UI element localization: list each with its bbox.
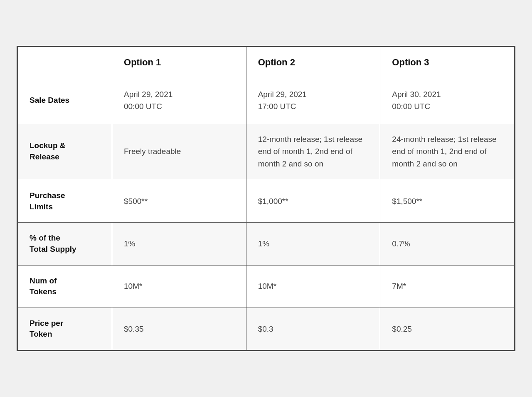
row-label-4: Num of Tokens (18, 265, 112, 308)
row-2-col2: $1,000** (246, 180, 380, 223)
table-row: Purchase Limits$500**$1,000**$1,500** (18, 180, 515, 223)
comparison-table-wrapper: Option 1 Option 2 Option 3 Sale DatesApr… (17, 46, 515, 351)
row-5-col3: $0.25 (380, 308, 515, 350)
row-label-1: Lockup & Release (18, 123, 112, 180)
row-1-col3: 24-month release; 1st release end of mon… (380, 123, 515, 180)
header-option1: Option 1 (112, 47, 246, 78)
table-row: Price per Token$0.35$0.3$0.25 (18, 308, 515, 350)
header-empty (18, 47, 112, 78)
row-2-col3: $1,500** (380, 180, 515, 223)
table-row: % of the Total Supply1%1%0.7% (18, 223, 515, 265)
row-0-col3: April 30, 2021 00:00 UTC (380, 78, 515, 123)
row-1-col2: 12-month release; 1st release end of mon… (246, 123, 380, 180)
row-4-col2: 10M* (246, 265, 380, 308)
row-3-col2: 1% (246, 223, 380, 265)
table-row: Num of Tokens10M*10M*7M* (18, 265, 515, 308)
row-3-col1: 1% (112, 223, 246, 265)
row-3-col3: 0.7% (380, 223, 515, 265)
row-label-0: Sale Dates (18, 78, 112, 123)
row-0-col2: April 29, 2021 17:00 UTC (246, 78, 380, 123)
row-5-col1: $0.35 (112, 308, 246, 350)
row-label-5: Price per Token (18, 308, 112, 350)
row-1-col1: Freely tradeable (112, 123, 246, 180)
header-option2: Option 2 (246, 47, 380, 78)
row-0-col1: April 29, 2021 00:00 UTC (112, 78, 246, 123)
table-row: Lockup & ReleaseFreely tradeable12-month… (18, 123, 515, 180)
header-option3: Option 3 (380, 47, 515, 78)
row-2-col1: $500** (112, 180, 246, 223)
row-5-col2: $0.3 (246, 308, 380, 350)
row-4-col3: 7M* (380, 265, 515, 308)
row-label-2: Purchase Limits (18, 180, 112, 223)
table-header-row: Option 1 Option 2 Option 3 (18, 47, 515, 78)
table-row: Sale DatesApril 29, 2021 00:00 UTCApril … (18, 78, 515, 123)
row-4-col1: 10M* (112, 265, 246, 308)
row-label-3: % of the Total Supply (18, 223, 112, 265)
comparison-table: Option 1 Option 2 Option 3 Sale DatesApr… (17, 47, 515, 350)
